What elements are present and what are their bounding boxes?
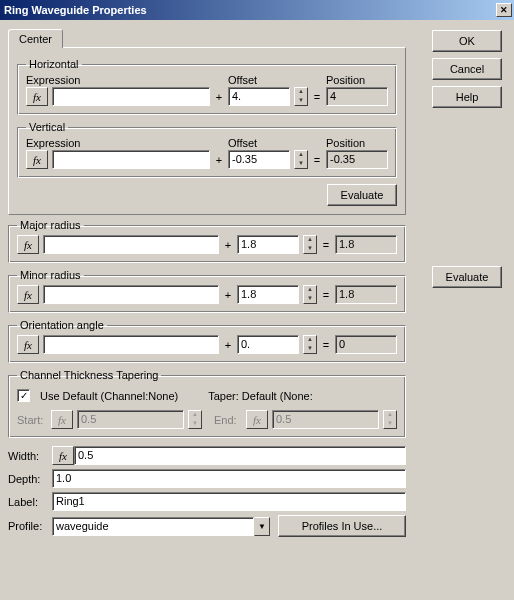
orient-legend: Orientation angle: [17, 319, 107, 331]
width-input[interactable]: [78, 449, 402, 461]
major-legend: Major radius: [17, 219, 84, 231]
fx-button[interactable]: fx: [26, 150, 48, 169]
orient-position-output: 0: [335, 335, 397, 354]
expr-label: Expression: [26, 137, 210, 149]
tab-center[interactable]: Center: [8, 29, 63, 48]
width-label: Width:: [8, 450, 52, 462]
plus-label: +: [223, 239, 233, 251]
horizontal-legend: Horizontal: [26, 58, 82, 70]
use-default-checkbox[interactable]: ✓: [17, 389, 30, 402]
down-icon: ▼: [304, 295, 316, 304]
offset-label: Offset: [228, 137, 290, 149]
label-input[interactable]: [56, 495, 402, 507]
up-icon: ▲: [295, 88, 307, 97]
chevron-down-icon: ▼: [254, 517, 270, 536]
window-title: Ring Waveguide Properties: [4, 4, 147, 16]
ok-button[interactable]: OK: [432, 30, 502, 52]
center-panel: Horizontal Expression Offset Position fx…: [8, 47, 406, 215]
help-button[interactable]: Help: [432, 86, 502, 108]
vertical-legend: Vertical: [26, 121, 68, 133]
fx-button[interactable]: fx: [52, 446, 74, 465]
up-icon: ▲: [304, 336, 316, 345]
taper-start-spinner: ▲▼: [188, 410, 202, 429]
v-offset-spinner[interactable]: ▲▼: [294, 150, 308, 169]
profile-select[interactable]: waveguide ▼: [52, 517, 270, 536]
up-icon: ▲: [304, 286, 316, 295]
use-default-label: Use Default (Channel:None): [40, 390, 178, 402]
down-icon: ▼: [304, 245, 316, 254]
down-icon: ▼: [295, 160, 307, 169]
h-position-output: 4: [326, 87, 388, 106]
depth-input[interactable]: [56, 472, 402, 484]
plus-label: +: [223, 289, 233, 301]
fx-button-disabled: fx: [51, 410, 73, 429]
cancel-button[interactable]: Cancel: [432, 58, 502, 80]
evaluate-center-button[interactable]: Evaluate: [327, 184, 397, 206]
h-expression-input[interactable]: [56, 90, 206, 102]
expr-label: Expression: [26, 74, 210, 86]
minor-offset-input[interactable]: [241, 288, 295, 300]
profile-label: Profile:: [8, 520, 52, 532]
down-icon: ▼: [304, 345, 316, 354]
down-icon: ▼: [189, 420, 201, 429]
minor-position-output: 1.8: [335, 285, 397, 304]
evaluate-button[interactable]: Evaluate: [432, 266, 502, 288]
major-expression-input[interactable]: [47, 238, 215, 250]
up-icon: ▲: [189, 411, 201, 420]
fx-button-disabled: fx: [246, 410, 268, 429]
up-icon: ▲: [384, 411, 396, 420]
fx-button[interactable]: fx: [26, 87, 48, 106]
major-radius-group: Major radius fx + ▲▼ = 1.8: [8, 219, 406, 263]
profiles-in-use-button[interactable]: Profiles In Use...: [278, 515, 406, 537]
depth-label: Depth:: [8, 473, 52, 485]
down-icon: ▼: [384, 420, 396, 429]
close-icon: ✕: [500, 5, 508, 15]
fx-button[interactable]: fx: [17, 235, 39, 254]
start-label: Start:: [17, 414, 47, 426]
vertical-group: Vertical Expression Offset Position fx +…: [17, 121, 397, 178]
taper-end-spinner: ▲▼: [383, 410, 397, 429]
end-label: End:: [214, 414, 242, 426]
eq-label: =: [312, 91, 322, 103]
orientation-group: Orientation angle fx + ▲▼ = 0: [8, 319, 406, 363]
h-offset-spinner[interactable]: ▲▼: [294, 87, 308, 106]
fx-button[interactable]: fx: [17, 335, 39, 354]
v-expression-input[interactable]: [56, 153, 206, 165]
tapering-legend: Channel Thickness Tapering: [17, 369, 161, 381]
orient-expression-input[interactable]: [47, 338, 215, 350]
down-icon: ▼: [295, 97, 307, 106]
position-label: Position: [326, 74, 388, 86]
fx-button[interactable]: fx: [17, 285, 39, 304]
taper-label: Taper: Default (None:: [208, 390, 313, 402]
horizontal-group: Horizontal Expression Offset Position fx…: [17, 58, 397, 115]
minor-radius-group: Minor radius fx + ▲▼ = 1.8: [8, 269, 406, 313]
h-offset-input[interactable]: [232, 90, 286, 102]
orient-offset-input[interactable]: [241, 338, 295, 350]
major-spinner[interactable]: ▲▼: [303, 235, 317, 254]
v-position-output: -0.35: [326, 150, 388, 169]
minor-expression-input[interactable]: [47, 288, 215, 300]
minor-legend: Minor radius: [17, 269, 84, 281]
major-offset-input[interactable]: [241, 238, 295, 250]
offset-label: Offset: [228, 74, 290, 86]
plus-label: +: [214, 154, 224, 166]
label-label: Label:: [8, 496, 52, 508]
minor-spinner[interactable]: ▲▼: [303, 285, 317, 304]
plus-label: +: [223, 339, 233, 351]
profile-value: waveguide: [52, 517, 254, 536]
tapering-group: Channel Thickness Tapering ✓ Use Default…: [8, 369, 406, 438]
taper-end-input: 0.5: [272, 410, 379, 429]
plus-label: +: [214, 91, 224, 103]
eq-label: =: [321, 239, 331, 251]
position-label: Position: [326, 137, 388, 149]
taper-start-input: 0.5: [77, 410, 184, 429]
major-position-output: 1.8: [335, 235, 397, 254]
close-button[interactable]: ✕: [496, 3, 512, 17]
eq-label: =: [321, 339, 331, 351]
v-offset-input[interactable]: [232, 153, 286, 165]
up-icon: ▲: [304, 236, 316, 245]
orient-spinner[interactable]: ▲▼: [303, 335, 317, 354]
up-icon: ▲: [295, 151, 307, 160]
eq-label: =: [321, 289, 331, 301]
eq-label: =: [312, 154, 322, 166]
